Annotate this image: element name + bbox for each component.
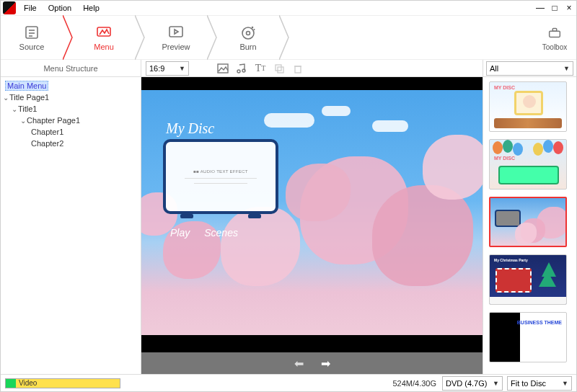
svg-rect-17 (278, 67, 283, 73)
app-logo-icon (3, 1, 16, 14)
tree-node-chapter2[interactable]: Chapter2 (31, 139, 63, 148)
titlebar: File Option Help — □ × (1, 1, 576, 15)
menu-option[interactable]: Option (43, 2, 77, 14)
frame-caption: ■■ AUDIO TEXT EFFECT (193, 169, 247, 174)
source-icon (23, 24, 40, 41)
window-maximize-button[interactable]: □ (547, 3, 562, 13)
step-toolbar: Source Menu Preview Burn (1, 15, 576, 60)
chevron-icon (63, 15, 73, 60)
thumb-label: MY DISC (494, 85, 515, 90)
tree-node-title1[interactable]: Title1 (18, 104, 38, 113)
step-label: Preview (162, 43, 190, 51)
menu-file[interactable]: File (18, 2, 43, 14)
preview-icon (167, 24, 185, 41)
thumb-label: BUSINESS THEME (517, 320, 562, 325)
svg-rect-12 (552, 28, 557, 31)
template-list[interactable]: MY DISC MY DISC (483, 77, 576, 374)
preview-canvas[interactable]: My Disc ■■ AUDIO TEXT EFFECT Play Scenes (141, 77, 483, 352)
thumb-label: My Christmas Party (494, 258, 528, 262)
template-thumb-business[interactable]: BUSINESS THEME (489, 312, 567, 362)
app-window: File Option Help — □ × Source Menu Previ… (0, 0, 577, 392)
video-label: Video (19, 379, 37, 387)
template-thumb-balloons[interactable]: MY DISC (489, 139, 567, 190)
tree-node-chapter-page[interactable]: Chapter Page1 (27, 116, 80, 125)
menu-preview: My Disc ■■ AUDIO TEXT EFFECT Play Scenes… (141, 77, 483, 374)
svg-rect-18 (295, 66, 301, 73)
preview-nav: ⬅ ➡ (141, 352, 483, 374)
tree-node-chapter1[interactable]: Chapter1 (31, 128, 63, 136)
chevron-down-icon: ▼ (493, 380, 499, 387)
disc-type-select[interactable]: DVD (4.7G) ▼ (442, 376, 503, 391)
tree-node-title-page[interactable]: Title Page1 (9, 93, 49, 102)
step-label: Menu (94, 43, 114, 51)
fit-mode-select[interactable]: Fit to Disc ▼ (507, 376, 572, 391)
svg-point-7 (242, 27, 254, 39)
template-thumb-christmas[interactable]: My Christmas Party (489, 254, 567, 305)
menu-help[interactable]: Help (77, 2, 105, 14)
chevron-down-icon: ▼ (563, 65, 570, 72)
chevron-down-icon: ▼ (562, 380, 568, 387)
copy-tool-icon (271, 61, 287, 76)
step-preview[interactable]: Preview (145, 15, 207, 60)
step-burn[interactable]: Burn (217, 15, 279, 60)
toolbox-button[interactable]: Toolbox (533, 24, 576, 51)
menu-structure-tree[interactable]: Main Menu ⌄Title Page1 ⌄Title1 ⌄Chapter … (1, 77, 141, 374)
main-area: Main Menu ⌄Title Page1 ⌄Title1 ⌄Chapter … (1, 77, 576, 374)
disc-type-value: DVD (4.7G) (446, 379, 487, 388)
svg-point-14 (237, 70, 240, 73)
toolbox-icon (546, 24, 563, 43)
next-page-icon[interactable]: ➡ (321, 357, 330, 370)
toolbox-label: Toolbox (542, 43, 567, 51)
window-close-button[interactable]: × (562, 3, 576, 13)
tree-node-main-menu[interactable]: Main Menu (5, 81, 48, 91)
aspect-ratio-value: 16:9 (149, 64, 164, 73)
svg-marker-6 (175, 30, 178, 34)
status-bar: Video 524M/4.30G DVD (4.7G) ▼ Fit to Dis… (1, 374, 576, 391)
chevron-icon (135, 15, 145, 60)
sub-toolbar: Menu Structure 16:9 ▼ TT All (1, 60, 576, 77)
video-progress: Video (5, 378, 120, 388)
disc-size-text: 524M/4.30G (392, 379, 436, 388)
tree-expand-icon[interactable]: ⌄ (19, 117, 27, 125)
menu-icon (95, 24, 113, 41)
step-label: Source (19, 43, 45, 51)
svg-rect-16 (276, 65, 281, 71)
disc-thumbnail-frame[interactable]: ■■ AUDIO TEXT EFFECT (163, 139, 278, 214)
disc-title-text[interactable]: My Disc (166, 120, 214, 137)
tree-expand-icon[interactable]: ⌄ (2, 94, 9, 102)
template-filter-value: All (490, 64, 498, 73)
svg-point-9 (252, 27, 254, 29)
preview-tools: 16:9 ▼ TT (141, 60, 483, 76)
tree-expand-icon[interactable]: ⌄ (11, 105, 18, 113)
tree-panel-title: Menu Structure (1, 60, 141, 76)
burn-icon (239, 24, 257, 41)
svg-point-8 (247, 32, 250, 35)
svg-point-10 (254, 29, 255, 30)
chevron-icon (279, 15, 289, 60)
step-source[interactable]: Source (1, 15, 63, 60)
template-thumb-baby[interactable]: MY DISC (489, 81, 567, 132)
music-tool-icon[interactable] (234, 61, 250, 76)
template-filter-select[interactable]: All ▼ (486, 61, 573, 76)
fit-mode-value: Fit to Disc (511, 379, 546, 388)
step-label: Burn (239, 43, 256, 51)
svg-point-15 (242, 69, 245, 72)
menu-button-play[interactable]: Play (170, 227, 190, 239)
aspect-ratio-select[interactable]: 16:9 ▼ (146, 61, 189, 76)
template-filter-area: All ▼ (483, 60, 576, 76)
menu-button-scenes[interactable]: Scenes (204, 227, 238, 239)
thumb-label: MY DISC (494, 156, 515, 161)
chevron-icon (207, 15, 217, 60)
template-thumb-blossom[interactable] (489, 197, 567, 247)
chevron-down-icon: ▼ (179, 65, 185, 72)
prev-page-icon[interactable]: ⬅ (294, 357, 304, 370)
step-menu[interactable]: Menu (73, 15, 135, 60)
window-minimize-button[interactable]: — (533, 3, 547, 13)
image-tool-icon[interactable] (215, 61, 231, 76)
svg-rect-11 (550, 31, 560, 37)
text-tool-icon[interactable]: TT (252, 61, 268, 76)
svg-rect-5 (169, 27, 182, 37)
delete-tool-icon (290, 61, 306, 76)
